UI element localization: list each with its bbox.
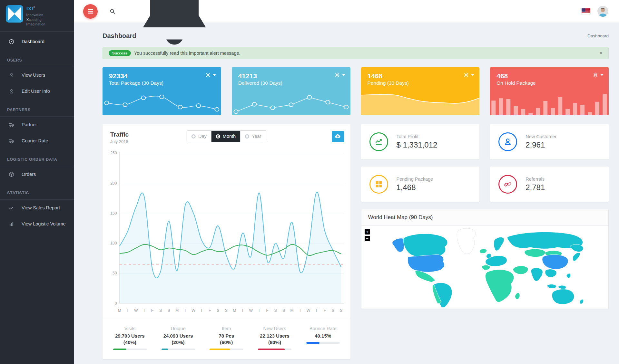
sidebar-item-label: View Users — [22, 72, 45, 78]
svg-text:T: T — [241, 308, 244, 313]
map-siberia-east[interactable] — [570, 244, 583, 252]
sidebar-section-header: PARTNERS — [0, 108, 74, 117]
range-option-month[interactable]: Month — [211, 131, 240, 142]
svg-text:F: F — [151, 308, 153, 313]
user-avatar[interactable] — [597, 6, 608, 17]
svg-text:F: F — [324, 308, 326, 313]
bar-chart-icon — [8, 221, 15, 227]
sidebar-item-label: Partner — [22, 122, 37, 127]
traffic-stat-percent: (80%) — [251, 340, 299, 345]
map-japan[interactable] — [573, 253, 580, 261]
stat-card-settings-button[interactable] — [205, 72, 216, 78]
summary-card-label: Pending Package — [397, 177, 433, 182]
map-scandinavia[interactable] — [494, 237, 504, 251]
stat-card-value: 92334 — [103, 67, 221, 80]
traffic-stat-value: 78 Pcs — [202, 333, 251, 339]
world-map[interactable]: + − — [361, 226, 609, 309]
sidebar-item-view-logistic-volume[interactable]: View Logistic Volume — [0, 216, 74, 232]
tagline-line: Imagination — [26, 22, 45, 27]
line-chart-icon — [8, 205, 15, 211]
sidebar-item-edit-user-info[interactable]: Edit User Info — [0, 83, 74, 99]
stat-card-delivered-30-days-: 41213 Delivered (30 Days) — [232, 67, 350, 115]
svg-text:T: T — [143, 308, 145, 313]
trend-up-icon — [369, 132, 388, 151]
gauge-icon — [8, 39, 15, 45]
link-icon — [498, 175, 517, 194]
traffic-stat-label: Visits — [116, 326, 143, 332]
sidebar-item-orders[interactable]: Orders — [0, 166, 74, 182]
traffic-stat-progressbar — [113, 349, 147, 350]
map-indonesia-west[interactable] — [547, 284, 556, 289]
map-zoom-out-button[interactable]: − — [365, 236, 370, 241]
sidebar-item-dashboard[interactable]: Dashboard — [0, 34, 74, 50]
map-australia[interactable] — [552, 289, 574, 304]
heatmap-panel: World Heat Map (90 Days) + − — [361, 209, 609, 309]
svg-text:150: 150 — [110, 211, 117, 216]
map-india[interactable] — [531, 268, 543, 281]
svg-text:F: F — [209, 308, 211, 313]
svg-text:0: 0 — [115, 301, 117, 306]
stat-card-label: Pending (30 Days) — [361, 80, 480, 86]
search-icon[interactable] — [109, 8, 116, 14]
range-option-day[interactable]: Day — [187, 131, 211, 142]
traffic-stat-percent: (60%) — [202, 340, 251, 345]
traffic-subtitle: July 2018 — [110, 139, 129, 144]
notifications-button[interactable]: 3 — [126, 0, 223, 60]
map-iceland[interactable] — [479, 249, 486, 254]
map-indonesia-east[interactable] — [558, 285, 566, 289]
summary-card-value: 2,781 — [526, 183, 545, 192]
map-africa[interactable] — [485, 270, 514, 302]
map-zoom-in-button[interactable]: + — [365, 229, 370, 235]
sidebar-section-header: LOGISTIC ORDER DATA — [0, 157, 74, 166]
map-madagascar[interactable] — [515, 293, 520, 299]
map-mexico[interactable] — [415, 271, 435, 282]
tagline-line: Xceeding — [26, 17, 45, 22]
truck-icon — [8, 122, 15, 128]
alert-close-button[interactable]: × — [599, 50, 603, 56]
map-southeast-asia[interactable] — [545, 269, 556, 277]
sidebar-item-label: View Logistic Volume — [22, 221, 66, 226]
stat-card-settings-button[interactable] — [464, 72, 474, 78]
svg-text:T: T — [315, 308, 318, 313]
map-kazakhstan[interactable] — [524, 249, 545, 257]
avatar-photo — [597, 6, 608, 17]
map-canada[interactable] — [403, 234, 447, 257]
sidebar-item-view-users[interactable]: View Users — [0, 67, 74, 83]
svg-text:W: W — [307, 308, 310, 313]
stat-card-label: Total Package (30 Days) — [103, 80, 221, 86]
language-flag-icon[interactable] — [582, 8, 590, 14]
stat-card-sparkline — [361, 86, 480, 115]
sidebar-item-label: Courier Rate — [22, 138, 48, 143]
summary-card-label: Referrals — [526, 177, 545, 182]
sidebar-menu: Dashboard USERS View Users Edit User Inf… — [0, 32, 74, 232]
range-option-year[interactable]: Year — [240, 131, 266, 142]
stat-card-label: On Hold Package — [490, 80, 609, 86]
summary-card-pending-package: Pending Package 1,468 — [361, 167, 480, 202]
map-middle-east[interactable] — [513, 266, 528, 274]
stat-card-settings-button[interactable] — [593, 72, 604, 78]
sidebar-item-partner[interactable]: Partner — [0, 117, 74, 133]
download-report-button[interactable] — [332, 131, 344, 142]
summary-card-label: New Customer — [526, 134, 556, 139]
svg-text:S: S — [167, 308, 170, 313]
sidebar-item-courier-rate[interactable]: Courier Rate — [0, 133, 74, 149]
map-usa[interactable] — [408, 254, 444, 272]
map-iberia[interactable] — [482, 265, 490, 270]
sidebar-item-view-sales-report[interactable]: View Sales Report — [0, 200, 74, 216]
stat-card-total-package-30-days-: 92334 Total Package (30 Days) — [103, 67, 221, 115]
traffic-stat-progressbar — [306, 342, 340, 344]
brand-logo[interactable]: IXI® InnovationXceedingImagination — [0, 0, 74, 32]
stat-card-settings-button[interactable] — [335, 72, 345, 78]
traffic-stat-value: 24.093 Users — [154, 333, 202, 339]
map-china[interactable] — [542, 254, 568, 269]
world-map-svg — [361, 226, 609, 309]
caret-down-icon — [600, 74, 604, 76]
map-philippines[interactable] — [566, 273, 570, 278]
heatmap-title: World Heat Map (90 Days) — [361, 209, 609, 226]
hamburger-menu-button[interactable] — [83, 4, 98, 19]
traffic-stat-value: 40.15% — [299, 333, 347, 339]
map-greenland[interactable] — [457, 228, 475, 254]
map-new-zealand[interactable] — [580, 299, 584, 304]
traffic-stat-new-users: New Users 22.123 Users (80%) — [251, 326, 299, 350]
sidebar-section-header: STATISTIC — [0, 191, 74, 200]
